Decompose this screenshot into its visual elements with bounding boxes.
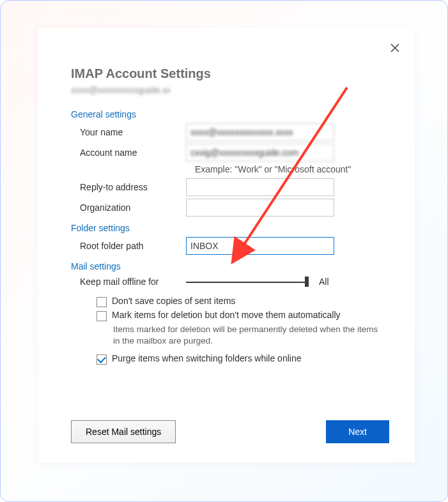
- dont-save-sent-label: Don't save copies of sent items: [112, 296, 396, 306]
- dialog-title: IMAP Account Settings: [71, 66, 396, 81]
- mark-delete-helper-text: Items marked for deletion will be perman…: [113, 324, 382, 347]
- mail-settings-heading: Mail settings: [71, 261, 396, 271]
- account-name-input[interactable]: [186, 144, 334, 162]
- root-folder-path-input[interactable]: [186, 237, 334, 255]
- reply-to-label: Reply-to address: [71, 182, 186, 192]
- account-email-obscured: xxxx@xxxxxxxxxguide.xxxx: [71, 85, 170, 95]
- imap-settings-dialog: IMAP Account Settings xxxx@xxxxxxxxxguid…: [38, 28, 415, 462]
- mark-delete-label: Mark items for deletion but don't move t…: [112, 310, 396, 320]
- page-background: IMAP Account Settings xxxx@xxxxxxxxxguid…: [0, 0, 448, 502]
- close-button[interactable]: [384, 37, 406, 59]
- general-settings-heading: General settings: [71, 109, 396, 119]
- dialog-content: IMAP Account Settings xxxx@xxxxxxxxxguid…: [71, 66, 396, 367]
- your-name-input[interactable]: [186, 123, 334, 141]
- dialog-button-row: Reset Mail settings Next: [71, 420, 389, 443]
- organization-label: Organization: [71, 202, 186, 213]
- folder-settings-heading: Folder settings: [71, 223, 396, 233]
- purge-label: Purge items when switching folders while…: [112, 353, 396, 363]
- account-name-example: Example: "Work" or "Microsoft account": [195, 164, 396, 174]
- keep-offline-slider[interactable]: [186, 275, 307, 288]
- keep-offline-value: All: [319, 277, 329, 287]
- dont-save-sent-checkbox[interactable]: [97, 297, 107, 307]
- root-folder-path-label: Root folder path: [71, 241, 186, 251]
- reset-mail-settings-button[interactable]: Reset Mail settings: [71, 420, 176, 443]
- keep-offline-label: Keep mail offline for: [71, 277, 186, 287]
- account-name-label: Account name: [71, 148, 186, 158]
- your-name-label: Your name: [71, 127, 186, 137]
- reply-to-input[interactable]: [186, 178, 334, 196]
- close-icon: [390, 43, 400, 53]
- mark-delete-checkbox[interactable]: [97, 311, 107, 321]
- next-button[interactable]: Next: [326, 420, 389, 443]
- organization-input[interactable]: [186, 199, 334, 217]
- slider-thumb-icon: [305, 277, 309, 287]
- purge-checkbox[interactable]: [97, 354, 107, 365]
